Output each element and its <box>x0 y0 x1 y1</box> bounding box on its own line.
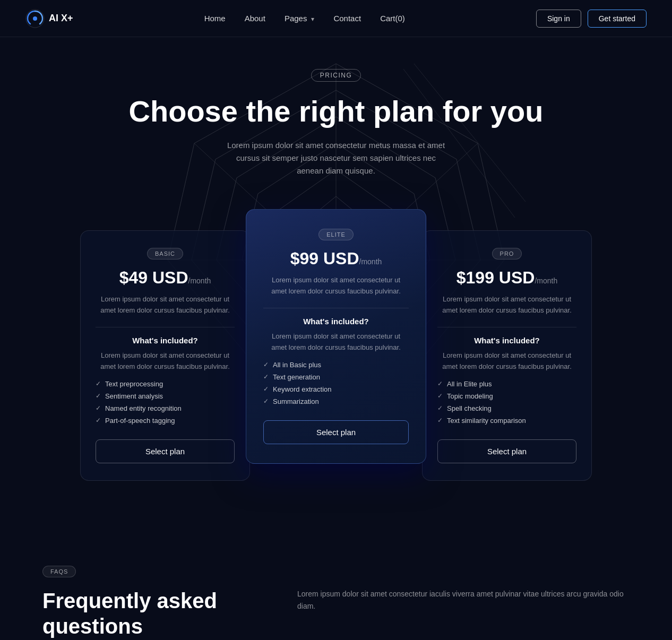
basic-feature-3: ✓Named entity recognition <box>96 404 235 412</box>
plan-card-pro: PRO $199 USD/month Lorem ipsum dolor sit… <box>422 230 592 480</box>
check-icon: ✓ <box>263 361 269 368</box>
basic-whats-included: What's included? <box>96 336 235 345</box>
nav-links: Home About Pages Contact Cart(0) <box>204 14 405 23</box>
nav-buttons: Sign in Get started <box>536 10 647 28</box>
faq-section: FAQS Frequently asked questions Lorem ip… <box>0 523 672 640</box>
signin-button[interactable]: Sign in <box>536 10 581 28</box>
faq-left: Frequently asked questions <box>42 588 255 639</box>
basic-price: $49 USD/month <box>96 268 235 288</box>
elite-feature-2: ✓Text generation <box>263 373 409 381</box>
elite-badge: ELITE <box>318 229 354 240</box>
check-icon: ✓ <box>263 373 269 380</box>
basic-features: ✓Text preprocessing ✓Sentiment analysis … <box>96 380 235 425</box>
basic-badge: BASIC <box>147 248 183 260</box>
pro-select-button[interactable]: Select plan <box>437 439 576 463</box>
elite-desc: Lorem ipsum dolor sit amet consectetur u… <box>263 275 409 297</box>
pro-feature-3: ✓Spell checking <box>437 404 576 412</box>
faq-title: Frequently asked questions <box>42 588 255 639</box>
elite-feature-1: ✓All in Basic plus <box>263 361 409 369</box>
faq-layout: Frequently asked questions Lorem ipsum d… <box>42 588 630 639</box>
divider <box>263 308 409 308</box>
getstarted-button[interactable]: Get started <box>588 10 647 28</box>
pricing-cards: BASIC $49 USD/month Lorem ipsum dolor si… <box>0 209 672 480</box>
pro-feature-4: ✓Text similarity comparison <box>437 417 576 425</box>
elite-feature-4: ✓Summarization <box>263 397 409 405</box>
pro-desc: Lorem ipsum dolor sit amet consectetur u… <box>437 294 576 316</box>
navbar: AI X+ Home About Pages Contact Cart(0) S… <box>0 0 672 37</box>
pricing-subtitle: Lorem ipsum dolor sit amet consectetur m… <box>225 139 447 177</box>
basic-feature-4: ✓Part-of-speech tagging <box>96 417 235 425</box>
pricing-title: Choose the right plan for you <box>0 94 672 128</box>
nav-home[interactable]: Home <box>204 14 226 23</box>
basic-select-button[interactable]: Select plan <box>96 439 235 463</box>
pro-features: ✓All in Elite plus ✓Topic modeling ✓Spel… <box>437 380 576 425</box>
pro-feature-1: ✓All in Elite plus <box>437 380 576 388</box>
logo-icon <box>25 9 45 28</box>
nav-contact[interactable]: Contact <box>333 14 361 23</box>
basic-desc: Lorem ipsum dolor sit amet consectetur u… <box>96 294 235 316</box>
pro-price: $199 USD/month <box>437 268 576 288</box>
check-icon: ✓ <box>263 397 269 405</box>
svg-point-1 <box>33 16 37 21</box>
nav-cart[interactable]: Cart(0) <box>380 14 405 23</box>
pricing-badge: PRICING <box>0 69 672 94</box>
pro-feature-2: ✓Topic modeling <box>437 392 576 400</box>
nav-about[interactable]: About <box>245 14 265 23</box>
elite-price: $99 USD/month <box>263 249 409 269</box>
nav-pages[interactable]: Pages <box>285 14 315 23</box>
pro-whats-included: What's included? <box>437 336 576 345</box>
check-icon: ✓ <box>437 380 443 387</box>
divider <box>96 327 235 327</box>
faq-description: Lorem ipsum dolor sit amet consectetur i… <box>297 588 630 613</box>
pro-badge: PRO <box>492 248 522 260</box>
plan-card-elite: ELITE $99 USD/month Lorem ipsum dolor si… <box>246 209 426 463</box>
check-icon: ✓ <box>96 404 101 412</box>
basic-feature-2: ✓Sentiment analysis <box>96 392 235 400</box>
check-icon: ✓ <box>263 385 269 393</box>
pricing-section: PRICING Choose the right plan for you Lo… <box>0 37 672 523</box>
divider <box>437 327 576 327</box>
elite-feature-3: ✓Keyword extraction <box>263 385 409 393</box>
check-icon: ✓ <box>437 392 443 400</box>
faq-badge: FAQS <box>42 566 76 577</box>
basic-included-desc: Lorem ipsum dolor sit amet consectetur u… <box>96 350 235 373</box>
check-icon: ✓ <box>96 417 101 424</box>
logo[interactable]: AI X+ <box>25 9 73 28</box>
check-icon: ✓ <box>437 404 443 412</box>
pro-included-desc: Lorem ipsum dolor sit amet consectetur u… <box>437 350 576 373</box>
elite-select-button[interactable]: Select plan <box>263 420 409 444</box>
plan-card-basic: BASIC $49 USD/month Lorem ipsum dolor si… <box>80 230 250 480</box>
elite-included-desc: Lorem ipsum dolor sit amet consectetur u… <box>263 331 409 353</box>
basic-feature-1: ✓Text preprocessing <box>96 380 235 388</box>
faq-right: Lorem ipsum dolor sit amet consectetur i… <box>297 588 630 613</box>
elite-whats-included: What's included? <box>263 317 409 326</box>
pages-dropdown-icon <box>311 14 314 23</box>
check-icon: ✓ <box>96 380 101 387</box>
check-icon: ✓ <box>96 392 101 400</box>
elite-features: ✓All in Basic plus ✓Text generation ✓Key… <box>263 361 409 405</box>
check-icon: ✓ <box>437 417 443 424</box>
logo-text: AI X+ <box>49 13 73 24</box>
